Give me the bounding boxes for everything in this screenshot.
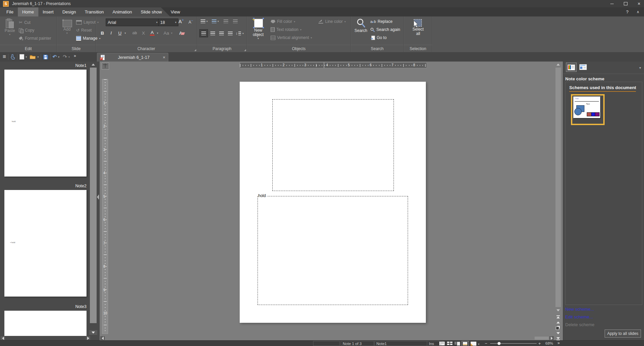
reset-button[interactable]: ↺ Reset [76, 28, 92, 33]
zoom-out-button[interactable]: − [485, 341, 487, 346]
text-placeholder[interactable] [258, 196, 408, 305]
new-document-dropdown[interactable]: ▾ [26, 55, 27, 59]
zoom-slider-handle[interactable] [498, 342, 501, 345]
strikethrough-button[interactable]: ab [131, 29, 139, 37]
qat-overflow-button[interactable]: » [74, 53, 76, 58]
canvas-hscroll-left-button[interactable] [100, 336, 105, 340]
canvas-vscrollbar-thumb[interactable] [555, 68, 561, 307]
slideshow-view-button[interactable] [471, 342, 476, 346]
align-left-button[interactable] [199, 29, 208, 37]
zoom-percentage[interactable]: 68% [545, 341, 553, 345]
menu-item-transition[interactable]: Transition [80, 7, 108, 16]
new-scheme-link[interactable]: New scheme... [565, 307, 594, 312]
fill-color-button[interactable]: Fill color ▾ [271, 19, 295, 24]
minimize-button[interactable] [610, 1, 614, 6]
bullet-list-dropdown[interactable]: ▾ [206, 20, 208, 23]
menu-item-animation[interactable]: Animation [108, 7, 136, 16]
character-dialog-launcher[interactable] [194, 49, 196, 51]
canvas-scroll-up-button[interactable] [555, 62, 562, 67]
horizontal-ruler[interactable]: 12345678 [240, 62, 427, 68]
align-center-button[interactable] [209, 30, 217, 37]
open-file-dropdown[interactable]: ▾ [37, 55, 39, 59]
add-slide-button[interactable]: + Add ▾ [60, 18, 74, 35]
format-painter-button[interactable]: Format painter [19, 36, 51, 41]
bullet-list-icon[interactable] [201, 20, 205, 23]
go-to-slide-button[interactable] [556, 325, 561, 330]
maximize-button[interactable] [623, 1, 628, 6]
panel-menu-dropdown[interactable]: ▾ [639, 65, 641, 70]
close-button[interactable]: × [637, 1, 641, 6]
next-slide-button[interactable] [555, 331, 562, 335]
add-slide-dropdown[interactable]: ▾ [66, 32, 68, 35]
numbered-list-dropdown[interactable]: ▾ [217, 20, 219, 23]
status-slide-name[interactable]: Note1 [374, 341, 427, 346]
redo-dropdown[interactable]: ▾ [68, 55, 70, 59]
replace-button[interactable]: a▸b Replace [370, 19, 393, 24]
new-object-button[interactable]: + New object ▾ [250, 17, 267, 40]
apply-to-all-slides-button[interactable]: Apply to all slides [605, 330, 641, 338]
new-object-dropdown[interactable]: ▾ [258, 37, 259, 40]
vertical-alignment-button[interactable]: Vertical alignment ▾ [271, 35, 312, 40]
thumbnail-scrollbar-thumb[interactable] [90, 68, 97, 323]
thumbnail-note2[interactable]: • hold [4, 190, 87, 297]
thumbnail-hscroll-left-button[interactable] [1, 336, 5, 340]
font-size-select[interactable]: 18 ▾ [158, 18, 178, 26]
layout-tab-button[interactable] [578, 63, 588, 71]
thumbnail-note1[interactable]: hold [4, 70, 87, 177]
menu-item-slide-show[interactable]: Slide show [136, 7, 166, 16]
reset-formatting-button[interactable]: A [178, 29, 186, 37]
normal-view-button[interactable] [439, 342, 445, 345]
go-to-button[interactable]: Go to [370, 35, 386, 40]
search-button[interactable]: Search [353, 18, 368, 33]
canvas-hscrollbar-thumb[interactable] [535, 337, 549, 340]
line-spacing-button[interactable]: ↕ [235, 30, 242, 37]
line-color-button[interactable]: Line color ▾ [318, 19, 346, 24]
paste-button[interactable]: Paste ▾ [3, 18, 17, 36]
hamburger-menu-button[interactable]: ≡ [3, 53, 6, 60]
menu-item-file[interactable]: File [2, 7, 18, 16]
align-right-button[interactable] [217, 30, 226, 37]
layout-button[interactable]: Layout ▾ [76, 20, 99, 25]
document-tab-close-icon[interactable]: × [163, 55, 165, 60]
change-case-button[interactable]: Aa [162, 29, 170, 37]
collapse-left-pane-arrow[interactable] [97, 194, 99, 200]
grow-font-button[interactable]: A+ [178, 18, 184, 24]
slide-text[interactable]: hold [258, 194, 267, 198]
zoom-slider-track[interactable] [490, 343, 537, 344]
slide-page[interactable]: hold [240, 82, 426, 323]
zoom-in-button[interactable]: + [538, 341, 541, 346]
italic-button[interactable]: I [107, 29, 115, 37]
outline-view-button[interactable] [454, 342, 460, 345]
document-tab[interactable]: P Jeremiah 6_1-17 × [97, 53, 168, 62]
previous-slide-button[interactable] [555, 320, 562, 324]
copy-button[interactable]: Copy [19, 28, 34, 33]
menu-item-view[interactable]: View [166, 7, 184, 16]
undo-dropdown[interactable]: ▾ [58, 55, 60, 59]
shrink-font-button[interactable]: A− [189, 20, 193, 25]
save-button[interactable] [43, 54, 48, 60]
vertical-ruler[interactable]: 12345678910 [102, 79, 108, 334]
menu-item-home[interactable]: Home [18, 7, 38, 16]
redo-button[interactable]: ↷ [63, 54, 67, 60]
line-spacing-dropdown[interactable]: ▾ [242, 32, 244, 35]
help-button[interactable]: ? [626, 9, 629, 14]
undo-button[interactable]: ↶ [53, 54, 57, 60]
clear-formatting-button[interactable]: X [139, 29, 147, 37]
touch-mode-button[interactable] [10, 54, 15, 60]
edit-scheme-link[interactable]: Edit scheme... [565, 314, 593, 319]
status-slide-position[interactable]: Note 1 of 3 [341, 341, 374, 346]
text-rotation-button[interactable]: Text rotation ▾ [271, 27, 301, 32]
thumbnail-note3[interactable] [4, 311, 87, 336]
paragraph-dialog-launcher[interactable] [244, 49, 246, 51]
new-document-button[interactable] [20, 54, 24, 60]
font-color-dropdown[interactable]: ▾ [157, 32, 158, 35]
ruler-origin-box[interactable] [102, 63, 109, 70]
scheme-item-selected[interactable]: Title Text [571, 94, 605, 125]
statusbar-overflow-button[interactable]: » [557, 341, 560, 345]
underline-dropdown[interactable]: ▾ [125, 32, 126, 35]
align-justify-button[interactable] [226, 30, 234, 37]
font-name-select[interactable]: Arial ▾ [106, 18, 160, 26]
select-all-button[interactable]: Select all [410, 18, 427, 36]
menu-item-design[interactable]: Design [58, 7, 80, 16]
first-slide-button[interactable] [555, 314, 562, 319]
